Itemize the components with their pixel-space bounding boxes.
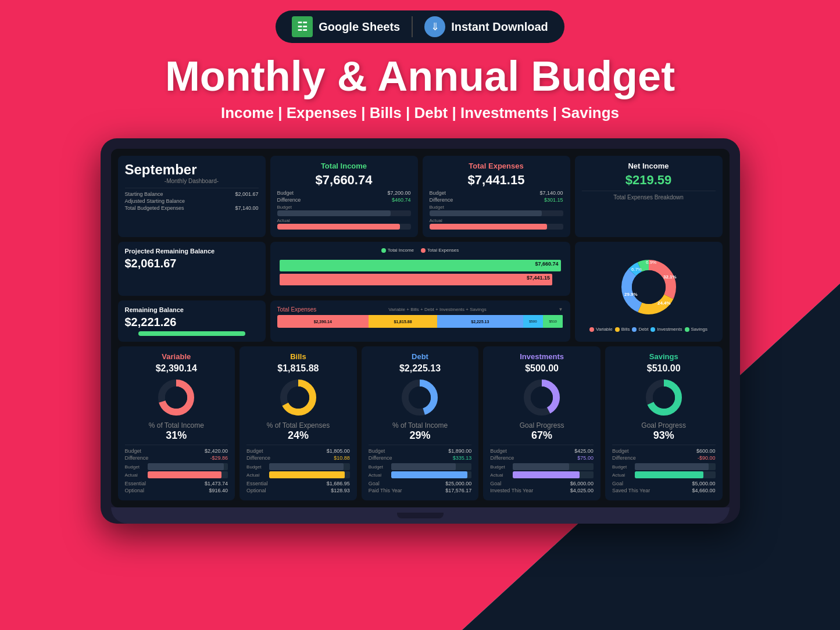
bills-pct: 24% — [246, 429, 350, 442]
bills-pct-label: % of Total Expenses — [246, 421, 350, 429]
variable-bars: Budget Actual — [125, 463, 228, 478]
debt-diff-row: Difference$335.13 — [369, 455, 472, 461]
investments-pct: 67% — [490, 429, 594, 442]
donut-legend: Variable Bills Debt Investments — [582, 327, 716, 332]
debt-segment: $2,225.13 — [437, 315, 523, 328]
bills-optional-row: Optional$128.93 — [246, 488, 350, 493]
investments-goal-row: Goal$6,000.00 — [490, 481, 594, 486]
savings-pct-label: Goal Progress — [612, 421, 716, 429]
expenses-diff-label: Difference — [430, 197, 453, 203]
starting-balance-value: $2,001.67 — [235, 191, 258, 197]
projected-label: Projected Remaining Balance — [125, 248, 259, 255]
adjusted-row: Adjusted Starting Balance — [125, 198, 259, 204]
projected-value: $2,061.67 — [125, 257, 259, 270]
variable-pct-label: % of Total Income — [125, 421, 228, 429]
variable-value: $2,390.14 — [125, 363, 228, 374]
svg-text:6.9%: 6.9% — [646, 260, 656, 265]
variable-segment: $2,390.14 — [277, 315, 369, 328]
expenses-bar-actual: Actual — [430, 218, 563, 230]
savings-card: Savings $510.00 Goal Progress 93% Budget… — [605, 346, 723, 500]
instant-download-badge: ⇓ Instant Download — [424, 16, 548, 37]
badge-divider — [412, 16, 413, 37]
starting-balance-label: Starting Balance — [125, 191, 163, 197]
investments-card: Investments $500.00 Goal Progress 67% Bu… — [483, 346, 600, 500]
svg-point-5 — [632, 270, 666, 304]
budgeted-label: Total Budgeted Expenses — [125, 205, 184, 211]
income-label: Total Income — [277, 162, 411, 170]
savings-donut — [612, 377, 716, 418]
savings-bars: Budget Actual — [612, 463, 716, 478]
laptop-container: September -Monthly Dashboard- Starting B… — [101, 138, 740, 524]
variable-budget-row: Budget$2,420.00 — [125, 448, 228, 454]
income-diff-value: $460.74 — [392, 197, 411, 203]
variable-optional-row: Optional$916.40 — [125, 488, 228, 493]
expenses-chart-bar: $7,441.15 — [280, 274, 561, 285]
expenses-budget-row: Budget $7,140.00 — [430, 190, 563, 196]
savings-pct: 93% — [612, 429, 716, 442]
stacked-bars-card: Total Expenses Variable + Bills + Debt +… — [270, 300, 570, 342]
top-badge: ☷ Google Sheets ⇓ Instant Download — [276, 10, 564, 43]
income-budget-label: Budget — [277, 190, 294, 196]
expenses-value: $7,441.15 — [430, 173, 563, 188]
svg-text:29.9%: 29.9% — [624, 292, 638, 297]
savings-value: $510.00 — [612, 363, 716, 374]
variable-pct: 31% — [125, 429, 228, 442]
laptop-notch — [397, 513, 444, 518]
starting-balance-row: Starting Balance $2,001.67 — [125, 191, 259, 197]
dropdown-indicator[interactable]: ▼ — [559, 307, 563, 312]
investments-segment: $500 — [523, 315, 543, 328]
sub-title: Income | Expenses | Bills | Debt | Inves… — [221, 104, 619, 122]
income-value: $7,660.74 — [277, 173, 411, 188]
divider2 — [582, 191, 716, 191]
legend-income: Total Income — [381, 248, 414, 253]
debt-pct-label: % of Total Income — [369, 421, 472, 429]
remaining-value: $2,221.26 — [125, 316, 259, 329]
dashboard: September -Monthly Dashboard- Starting B… — [118, 156, 723, 342]
bills-segment: $1,815.88 — [369, 315, 437, 328]
adjusted-label: Adjusted Starting Balance — [125, 198, 185, 204]
projected-card: Projected Remaining Balance $2,061.67 — [118, 242, 266, 296]
investments-ytd-row: Invested This Year$4,025.00 — [490, 488, 594, 493]
investments-pct-label: Goal Progress — [490, 421, 594, 429]
debt-card: Debt $2,225.13 % of Total Income 29% Bud… — [362, 346, 479, 500]
investments-diff-row: Difference$75.00 — [490, 455, 594, 461]
savings-label: Savings — [612, 352, 716, 361]
svg-point-16 — [287, 386, 309, 409]
bills-budget-row: Budget$1,805.00 — [246, 448, 350, 454]
bills-bars: Budget Actual — [246, 463, 350, 478]
investments-value: $500.00 — [490, 363, 594, 374]
variable-diff-row: Difference-$29.86 — [125, 455, 228, 461]
chart-area: $7,660.74 $7,441.15 — [277, 255, 563, 290]
stacked-sublabel: Variable + Bills + Debt + Investments + … — [388, 307, 486, 312]
svg-text:32.1%: 32.1% — [663, 274, 677, 280]
debt-pct: 29% — [369, 429, 472, 442]
expenses-diff-value: $301.15 — [544, 197, 563, 203]
bills-label: Bills — [246, 352, 350, 361]
month-sub: -Monthly Dashboard- — [125, 178, 259, 184]
expenses-budget-value: $7,140.00 — [539, 190, 563, 196]
income-diff-row: Difference $460.74 — [277, 197, 411, 203]
download-icon: ⇓ — [424, 16, 445, 37]
debt-label: Debt — [369, 352, 472, 361]
stacked-bar: $2,390.14 $1,815.88 $2,225.13 $500 $510 — [277, 315, 563, 328]
income-diff-label: Difference — [277, 197, 301, 203]
variable-card: Variable $2,390.14 % of Total Income 31%… — [118, 346, 235, 500]
debt-bars: Budget Actual — [369, 463, 472, 478]
bills-diff-row: Difference$10.88 — [246, 455, 350, 461]
bills-donut — [246, 377, 350, 418]
debt-paid-row: Paid This Year$17,576.17 — [369, 488, 472, 493]
remaining-card: Remaining Balance $2,221.26 — [118, 300, 266, 342]
svg-text:6.7%: 6.7% — [631, 267, 642, 272]
month-name: September — [125, 162, 259, 178]
investments-label: Investments — [490, 352, 594, 361]
investments-donut — [490, 377, 594, 418]
divider — [125, 188, 259, 188]
budgeted-row: Total Budgeted Expenses $7,140.00 — [125, 205, 259, 211]
budgeted-value: $7,140.00 — [235, 205, 258, 211]
stacked-title: Total Expenses — [277, 306, 317, 313]
bills-value: $1,815.88 — [246, 363, 350, 374]
google-sheets-icon: ☷ — [292, 16, 313, 37]
svg-point-25 — [653, 386, 675, 409]
donut-chart: 32.1% 24.4% 29.9% 6.7% 6.9% — [582, 252, 716, 322]
income-budget-value: $7,200.00 — [387, 190, 410, 196]
